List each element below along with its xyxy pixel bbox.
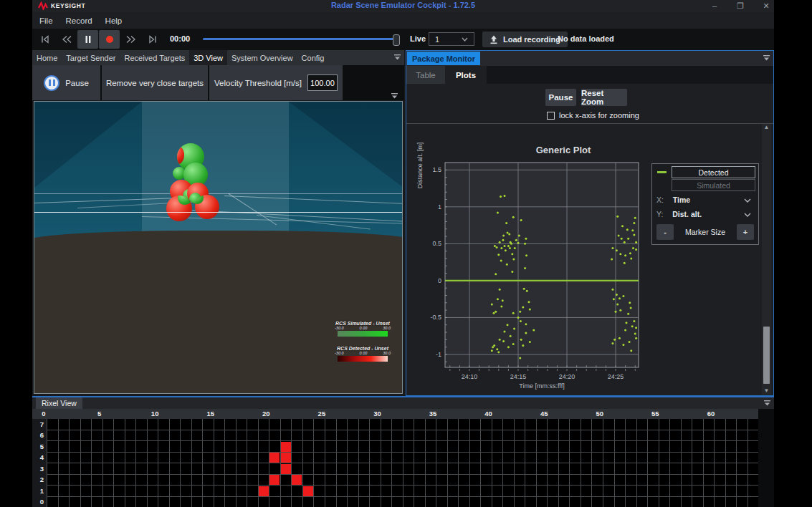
3d-viewport[interactable]: RCS Simulated - Unset -30.0 0.00 30.0 RC… <box>34 101 403 394</box>
marker-size-decrease-button[interactable]: - <box>656 224 674 240</box>
svg-text:24:20: 24:20 <box>559 373 575 380</box>
pause-icon <box>83 34 93 45</box>
load-recording-button[interactable]: Load recording <box>482 32 568 47</box>
rixel-active-cell[interactable] <box>303 486 313 496</box>
detected-line-swatch <box>657 171 667 173</box>
generic-plot-chart[interactable]: 1.510.50-0.5-124:1024:1524:2024:25Time [… <box>426 161 663 392</box>
svg-text:-0.5: -0.5 <box>430 314 441 321</box>
menu-file[interactable]: File <box>39 16 53 25</box>
playback-toolbar: 00:00 Live 1 Load recording No data load… <box>32 29 774 50</box>
tab-system-overview[interactable]: System Overview <box>227 50 297 65</box>
rixel-col-label: 60 <box>700 410 722 417</box>
rixel-col-label: 25 <box>311 410 333 417</box>
chevron-down-icon[interactable] <box>744 198 751 203</box>
view3d-pause-button[interactable]: Pause <box>32 65 100 100</box>
legend-simulated-label: Simulated <box>697 181 730 190</box>
menu-record[interactable]: Record <box>66 16 92 25</box>
menu-help[interactable]: Help <box>105 16 123 25</box>
marker-size-increase-button[interactable]: + <box>737 224 754 240</box>
tab-received-targets[interactable]: Received Targets <box>120 50 189 65</box>
rcs-simulated-legend: RCS Simulated - Unset -30.0 0.00 30.0 <box>327 321 398 337</box>
package-monitor-panel: Package Monitor TablePlots Pause Reset Z… <box>406 50 774 396</box>
rixel-col-label: 10 <box>144 410 166 417</box>
rixel-view-title[interactable]: Rixel View <box>36 397 82 409</box>
rixel-row-label: 1 <box>32 487 44 495</box>
title-bar: KEYSIGHT Radar Scene Emulator Cockpit - … <box>32 0 774 12</box>
rewind-button[interactable] <box>56 30 77 49</box>
window-close-button[interactable]: ✕ <box>758 0 775 11</box>
rixel-col-label: 5 <box>89 410 110 417</box>
live-label: Live <box>410 34 426 43</box>
rixel-col-label: 20 <box>255 410 277 417</box>
skip-back-button[interactable] <box>34 30 55 49</box>
speed-dropdown[interactable]: 1 <box>429 32 474 46</box>
plot-scrollbar[interactable]: ▲ ▼ <box>762 124 771 395</box>
seek-slider[interactable] <box>203 38 397 40</box>
remove-close-targets-button[interactable]: Remove very close targets <box>102 65 208 100</box>
tab-config[interactable]: Config <box>297 50 329 65</box>
scroll-up-icon[interactable]: ▲ <box>762 124 771 131</box>
package-monitor-title[interactable]: Package Monitor <box>407 52 480 65</box>
toolbar-menu-icon[interactable] <box>391 93 398 100</box>
window-minimize-button[interactable]: – <box>706 0 723 11</box>
rixel-row-label: 5 <box>32 443 44 450</box>
rixel-grid[interactable] <box>47 419 758 507</box>
rixel-active-cell[interactable] <box>259 486 269 496</box>
fast-forward-button[interactable] <box>120 30 141 49</box>
rixel-col-label: 40 <box>478 410 500 417</box>
rcs-sim-tick-max: 30.0 <box>383 326 391 330</box>
seek-slider-thumb[interactable] <box>393 34 400 46</box>
tab-home[interactable]: Home <box>32 50 62 65</box>
rixel-row-label: 3 <box>32 465 44 473</box>
playback-time: 00:00 <box>170 34 190 43</box>
tab-3d-view[interactable]: 3D View <box>189 50 227 65</box>
tab-table[interactable]: Table <box>406 66 445 84</box>
rixel-row-label: 4 <box>32 453 44 461</box>
pause-button[interactable] <box>77 30 98 49</box>
panel-menu-icon[interactable] <box>764 400 770 407</box>
velocity-threshold-label: Velocity Threshold [m/s] <box>214 79 302 87</box>
rixel-row-label: 2 <box>32 475 44 483</box>
skip-forward-button[interactable] <box>142 30 163 49</box>
x-axis-select[interactable]: X: Time <box>656 195 690 204</box>
reset-zoom-button[interactable]: Reset Zoom <box>581 89 627 106</box>
panel-menu-icon[interactable] <box>763 55 770 62</box>
marker-size-label: Marker Size <box>678 228 732 236</box>
scrollbar-thumb[interactable] <box>763 327 770 384</box>
legend-detected-button[interactable]: Detected <box>672 166 755 178</box>
rewind-icon <box>60 34 73 45</box>
rixel-active-cell[interactable] <box>281 453 291 463</box>
legend-simulated-button[interactable]: Simulated <box>672 179 755 191</box>
reset-zoom-label: Reset Zoom <box>581 89 627 106</box>
panel-menu-icon[interactable] <box>394 54 401 61</box>
divider <box>406 123 773 124</box>
velocity-threshold-input[interactable] <box>307 74 338 91</box>
y-axis-select[interactable]: Y: Dist. alt. <box>656 210 702 218</box>
wireframe-line <box>34 193 403 194</box>
window-maximize-button[interactable]: ❐ <box>732 0 749 11</box>
skip-back-icon <box>39 34 51 45</box>
load-recording-label: Load recording <box>503 35 560 44</box>
tab-target-sender[interactable]: Target Sender <box>62 50 120 65</box>
lock-x-axis-label: lock x-axis for zooming <box>559 111 639 120</box>
left-panel: HomeTarget SenderReceived Targets3D View… <box>32 50 404 396</box>
rixel-active-cell[interactable] <box>292 475 302 485</box>
data-status: No data loaded <box>558 34 614 43</box>
rixel-col-label: 15 <box>200 410 221 417</box>
plot-pause-button[interactable]: Pause <box>545 89 576 106</box>
rixel-active-cell[interactable] <box>269 453 280 463</box>
rixel-active-cell[interactable] <box>269 475 280 485</box>
rixel-active-cell[interactable] <box>281 442 291 452</box>
scroll-down-icon[interactable]: ▼ <box>762 387 771 395</box>
plot-legend: Detected Simulated X: Time Y: Dist. alt.… <box>651 163 759 245</box>
rcs-sim-tick-min: -30.0 <box>335 326 344 330</box>
rixel-col-label: 45 <box>533 410 555 417</box>
tab-plots[interactable]: Plots <box>445 66 487 84</box>
chevron-down-icon[interactable] <box>744 213 751 217</box>
rcs-det-tick-mid: 0.00 <box>360 351 368 355</box>
lock-x-axis-checkbox[interactable] <box>547 112 555 120</box>
record-button[interactable] <box>99 30 120 49</box>
rixel-active-cell[interactable] <box>281 464 291 474</box>
x-prefix: X: <box>656 195 664 204</box>
svg-text:24:10: 24:10 <box>462 373 478 380</box>
